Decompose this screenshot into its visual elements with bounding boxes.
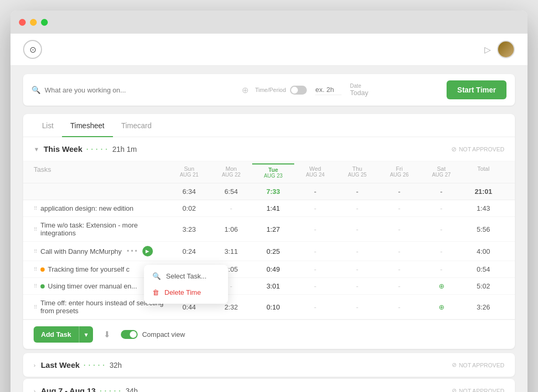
time-sun[interactable]: 0:24: [168, 247, 210, 255]
time-tue[interactable]: 0:10: [252, 303, 294, 311]
start-timer-button[interactable]: Start Timer: [447, 80, 506, 99]
total-thu: -: [336, 188, 378, 195]
time-wed[interactable]: -: [294, 225, 336, 233]
time-fri[interactable]: -: [378, 247, 420, 255]
logo-icon: ⊙: [29, 45, 36, 55]
time-wed[interactable]: -: [294, 282, 336, 290]
aug7-title: Aug 7 - Aug 13: [41, 386, 96, 392]
time-sat[interactable]: ⊕: [420, 282, 462, 290]
context-select-label: Select Task...: [166, 272, 206, 280]
time-thu[interactable]: -: [336, 282, 378, 290]
add-task-dropdown-button[interactable]: ▼: [79, 326, 94, 343]
time-tue[interactable]: 1:41: [252, 204, 294, 212]
time-thu[interactable]: -: [336, 204, 378, 212]
time-sat[interactable]: -: [420, 225, 462, 233]
col-mon: Mon AUG 22: [210, 166, 252, 179]
time-sat[interactable]: -: [420, 247, 462, 255]
table-row: ⠿ Tracking time for yourself c - 0:05 0:…: [23, 261, 515, 278]
time-wed[interactable]: -: [294, 204, 336, 212]
last-week-hours: 32h: [110, 361, 122, 369]
topbar: ⊙ ▷: [11, 34, 527, 66]
time-tue[interactable]: 1:27: [252, 225, 294, 233]
aug7-dots: • • • • •: [100, 388, 121, 392]
compact-view-switch[interactable]: [121, 330, 138, 339]
time-sat[interactable]: ⊕: [420, 303, 462, 311]
time-sat[interactable]: -: [420, 204, 462, 212]
time-sat[interactable]: -: [420, 265, 462, 273]
maximize-button[interactable]: [41, 19, 48, 26]
tab-timecard[interactable]: Timecard: [113, 114, 160, 137]
sat-name: Sat: [437, 166, 446, 172]
duration-input[interactable]: [315, 85, 342, 95]
info-icon: ⊕: [439, 303, 444, 311]
close-button[interactable]: [19, 19, 26, 26]
time-mon[interactable]: 1:06: [210, 225, 252, 233]
table-row: ⠿ Time off: enter hours instead of selec…: [23, 295, 515, 319]
more-options-icon[interactable]: • • •: [127, 247, 137, 255]
time-sun[interactable]: 3:23: [168, 225, 210, 233]
date-input[interactable]: [350, 89, 438, 97]
time-wed[interactable]: -: [294, 247, 336, 255]
avatar[interactable]: [497, 40, 515, 58]
time-tue[interactable]: 0:49: [252, 265, 294, 273]
time-thu[interactable]: -: [336, 265, 378, 273]
context-select-task[interactable]: 🔍 Select Task...: [144, 268, 228, 284]
wed-date: AUG 24: [306, 172, 325, 178]
last-week-status: ⊘ NOT APPROVED: [452, 362, 504, 368]
time-fri[interactable]: -: [378, 282, 420, 290]
play-icon[interactable]: ▷: [484, 45, 491, 55]
time-thu[interactable]: -: [336, 225, 378, 233]
mon-date: AUG 22: [222, 172, 241, 178]
time-period-label: Time/Period: [255, 87, 286, 93]
table-row: ⠿ application design: new edition 0:02 -…: [23, 200, 515, 217]
task-search-input[interactable]: [45, 86, 237, 94]
task-name: Tracking time for yourself c: [48, 265, 130, 273]
add-icon[interactable]: ⊕: [242, 85, 249, 95]
topbar-left: ⊙: [23, 40, 42, 59]
last-week-row[interactable]: › Last Week • • • • • 32h ⊘ NOT APPROVED: [23, 353, 515, 377]
minimize-button[interactable]: [30, 19, 37, 26]
task-name-cell: ⠿ Call with Danny McMurphy • • • ▶: [34, 246, 168, 256]
context-delete-time[interactable]: 🗑 Delete Time: [144, 284, 228, 301]
add-task-button[interactable]: Add Task: [34, 326, 79, 343]
not-approved-badge: ⊘ NOT APPROVED: [451, 146, 504, 153]
search-icon: 🔍: [152, 272, 161, 280]
grid-header: Tasks Sun AUG 21 Mon AUG 22: [23, 161, 515, 183]
play-timer-button[interactable]: ▶: [142, 246, 153, 256]
drag-handle-icon: ⠿: [34, 249, 37, 254]
time-thu[interactable]: -: [336, 303, 378, 311]
aug7-row[interactable]: › Aug 7 - Aug 13 • • • • • 34h ⊘ NOT APP…: [23, 379, 515, 392]
this-week-header[interactable]: ▼ This Week • • • • • 21h 1m ⊘ NOT APPRO…: [23, 137, 515, 161]
app-window: ⊙ ▷ 🔍 ⊕ Time/Period: [11, 11, 527, 392]
task-name: Call with Danny McMurphy: [40, 247, 122, 255]
task-dot-icon: [40, 284, 45, 288]
time-sun[interactable]: 0:44: [168, 303, 210, 311]
time-mon[interactable]: -: [210, 204, 252, 212]
time-mon[interactable]: 2:32: [210, 303, 252, 311]
context-delete-label: Delete Time: [164, 288, 201, 296]
time-thu[interactable]: -: [336, 247, 378, 255]
time-fri[interactable]: -: [378, 265, 420, 273]
time-fri[interactable]: -: [378, 225, 420, 233]
time-mon[interactable]: 3:11: [210, 247, 252, 255]
time-fri[interactable]: -: [378, 303, 420, 311]
time-sun[interactable]: 0:02: [168, 204, 210, 212]
table-row: ⠿ Using timer over manual en... 2:01 - 3…: [23, 278, 515, 295]
table-row: ⠿ Call with Danny McMurphy • • • ▶ 0:24 …: [23, 242, 515, 261]
week-progress-dots: • • • • •: [87, 147, 108, 151]
time-tue[interactable]: 0:25: [252, 247, 294, 255]
time-tue[interactable]: 3:01: [252, 282, 294, 290]
total-grand: 21:01: [462, 188, 504, 195]
time-wed[interactable]: -: [294, 265, 336, 273]
download-button[interactable]: ⬇: [99, 327, 115, 342]
total-sat: -: [420, 188, 462, 195]
tab-list[interactable]: List: [34, 114, 62, 137]
other-weeks-list: › Last Week • • • • • 32h ⊘ NOT APPROVED…: [23, 353, 515, 392]
last-week-title: Last Week: [41, 360, 80, 369]
time-period-toggle[interactable]: [290, 86, 307, 95]
time-wed[interactable]: -: [294, 303, 336, 311]
time-fri[interactable]: -: [378, 204, 420, 212]
tab-timesheet[interactable]: Timesheet: [62, 114, 113, 137]
this-week-section: ▼ This Week • • • • • 21h 1m ⊘ NOT APPRO…: [23, 137, 515, 349]
titlebar: [11, 11, 527, 34]
